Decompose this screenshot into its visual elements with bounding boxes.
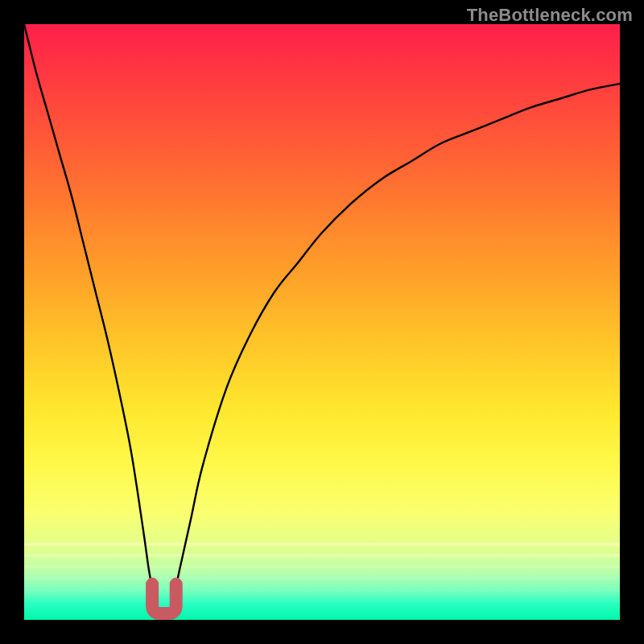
chart-svg — [24, 24, 620, 620]
watermark-label: TheBottleneck.com — [467, 5, 633, 26]
chart-frame: TheBottleneck.com — [0, 0, 644, 644]
bottleneck-curve — [24, 24, 620, 620]
optimal-zone-marker — [152, 584, 176, 613]
chart-plot-area — [24, 24, 620, 620]
